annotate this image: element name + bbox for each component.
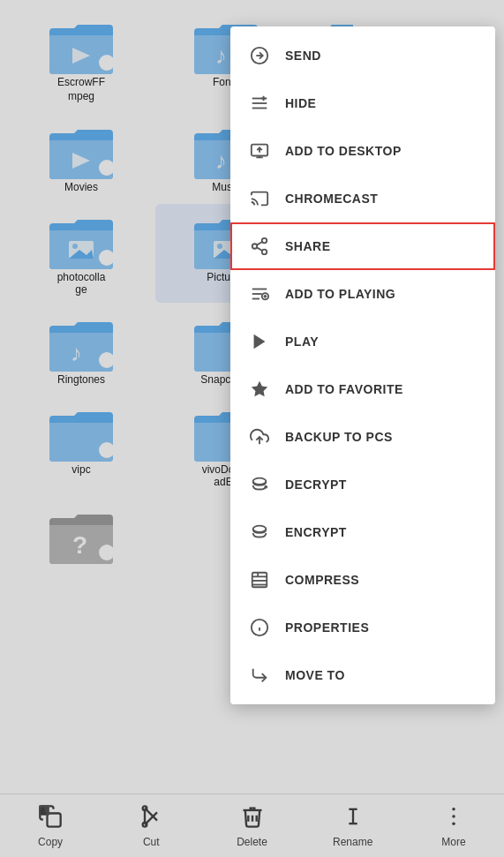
cloud-upload-icon: [248, 425, 271, 448]
play-icon: [248, 330, 271, 353]
cast-icon: [248, 187, 271, 210]
menu-item-play[interactable]: PLAY: [230, 318, 495, 365]
menu-item-backup-to-pcs[interactable]: BACKUP TO PCS: [230, 413, 495, 461]
decrypt-icon: [248, 473, 271, 496]
compress-icon: [248, 568, 271, 591]
share-icon: [248, 235, 271, 258]
menu-item-hide-label: HIDE: [285, 96, 316, 110]
menu-item-properties[interactable]: PROPERTIES: [230, 604, 495, 651]
menu-item-add-to-favorite-label: ADD TO FAVORITE: [285, 382, 403, 396]
svg-point-23: [262, 238, 267, 244]
svg-point-24: [252, 244, 258, 249]
menu-item-chromecast-label: CHROMECAST: [285, 192, 378, 206]
menu-item-decrypt-label: DECRYPT: [285, 477, 347, 492]
menu-item-backup-to-pcs-label: BACKUP TO PCS: [285, 430, 393, 444]
star-icon: [248, 378, 271, 401]
svg-point-25: [262, 250, 267, 255]
add-playing-icon: [248, 282, 271, 305]
encrypt-icon: [248, 521, 271, 544]
menu-item-encrypt-label: ENCRYPT: [285, 525, 347, 539]
menu-item-send-label: SEND: [285, 49, 321, 63]
info-icon: [248, 616, 271, 639]
menu-item-share[interactable]: SHARE: [230, 222, 495, 270]
menu-item-chromecast[interactable]: CHROMECAST: [230, 175, 495, 222]
menu-item-add-to-playing[interactable]: ADD TO PLAYING: [230, 270, 495, 318]
menu-item-hide[interactable]: HIDE: [230, 79, 495, 127]
menu-item-add-to-desktop-label: ADD TO DESKTOP: [285, 144, 402, 158]
send-icon: [248, 44, 271, 67]
menu-item-move-to[interactable]: MOVE TO: [230, 651, 495, 699]
menu-item-share-label: SHARE: [285, 239, 331, 253]
menu-item-send[interactable]: SEND: [230, 32, 495, 79]
menu-item-move-to-label: MOVE TO: [285, 668, 345, 682]
menu-item-play-label: PLAY: [285, 335, 319, 349]
desktop-icon: [248, 139, 271, 162]
move-icon: [248, 664, 271, 687]
svg-marker-35: [252, 381, 267, 396]
svg-marker-34: [254, 335, 266, 350]
menu-item-add-to-playing-label: ADD TO PLAYING: [285, 287, 395, 301]
menu-item-decrypt[interactable]: DECRYPT: [230, 461, 495, 508]
svg-line-27: [257, 242, 262, 245]
menu-item-encrypt[interactable]: ENCRYPT: [230, 508, 495, 556]
svg-line-26: [257, 247, 262, 251]
menu-item-add-to-desktop[interactable]: ADD TO DESKTOP: [230, 127, 495, 175]
menu-item-add-to-favorite[interactable]: ADD TO FAVORITE: [230, 365, 495, 413]
hide-icon: [248, 92, 271, 115]
menu-item-compress[interactable]: COMPRESS: [230, 556, 495, 604]
context-menu: SEND HIDE ADD TO DESKTOP: [230, 26, 495, 704]
menu-item-compress-label: COMPRESS: [285, 573, 359, 587]
menu-item-properties-label: PROPERTIES: [285, 620, 369, 635]
